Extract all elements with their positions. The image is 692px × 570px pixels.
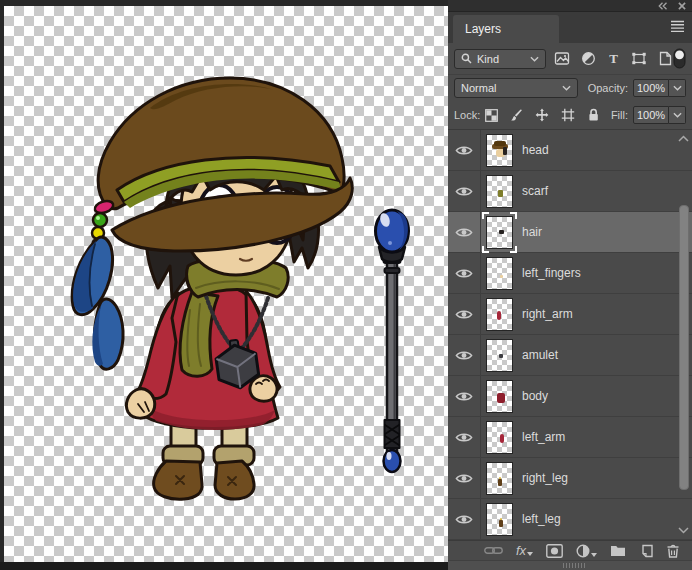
tab-layers[interactable]: Layers — [453, 15, 559, 43]
fill-label: Fill: — [611, 109, 628, 121]
opacity-dropdown-button[interactable] — [669, 79, 686, 97]
layer-row-amulet[interactable]: amulet — [448, 335, 692, 376]
layer-row-head[interactable]: head — [448, 130, 692, 171]
layer-name: head — [522, 143, 549, 157]
svg-text:T: T — [609, 51, 618, 66]
visibility-toggle[interactable] — [448, 171, 481, 211]
layer-thumbnail[interactable] — [486, 503, 513, 536]
panel-tab-bar: Layers — [448, 12, 692, 43]
thumbnail-sprite — [499, 520, 503, 527]
filter-shape-layers-icon[interactable] — [631, 51, 647, 66]
layer-name: right_leg — [522, 471, 568, 485]
kind-label: Kind — [477, 53, 499, 65]
new-layer-icon[interactable] — [639, 544, 653, 558]
lock-bar: Lock: Fill: 100% — [448, 101, 692, 130]
panel-resize-strip[interactable] — [448, 560, 692, 570]
thumbnail-sprite — [494, 141, 506, 146]
layers-panel: Layers Kind T Normal — [448, 0, 692, 570]
scroll-down-icon[interactable] — [678, 527, 689, 534]
lock-position-icon[interactable] — [535, 108, 549, 122]
layer-thumbnail[interactable] — [486, 421, 513, 454]
blend-bar: Normal Opacity: 100% — [448, 75, 692, 101]
layer-thumbnail[interactable] — [486, 462, 513, 495]
thumbnail-sprite — [499, 230, 504, 234]
adjustment-circle-icon — [576, 544, 590, 558]
eye-icon — [455, 514, 473, 525]
layer-thumbnail[interactable] — [486, 339, 513, 372]
panel-menu-icon[interactable] — [670, 20, 685, 33]
layer-thumbnail[interactable] — [486, 380, 513, 413]
scrollbar-thumb[interactable] — [679, 205, 689, 490]
chevron-down-icon — [530, 56, 539, 62]
layer-thumbnail[interactable] — [486, 257, 513, 290]
blend-mode-dropdown[interactable]: Normal — [454, 78, 578, 98]
chevron-down-icon — [562, 85, 571, 91]
delete-layer-icon[interactable] — [666, 544, 680, 558]
eye-icon — [455, 432, 473, 443]
fill-field[interactable]: 100% — [633, 106, 669, 124]
layer-row-right-leg[interactable]: right_leg — [448, 458, 692, 499]
filter-pixel-layers-icon[interactable] — [554, 51, 570, 66]
blend-mode-value: Normal — [461, 82, 496, 94]
new-group-icon[interactable] — [610, 544, 626, 557]
boot-left — [154, 461, 202, 499]
lock-artboard-icon[interactable] — [561, 108, 575, 122]
visibility-toggle[interactable] — [448, 294, 481, 334]
eye-icon — [455, 186, 473, 197]
filter-adjustment-layers-icon[interactable] — [581, 51, 596, 66]
layer-thumbnail[interactable] — [486, 298, 513, 331]
filter-bar: Kind T — [448, 43, 692, 75]
eye-icon — [455, 145, 473, 156]
collapse-panels-icon[interactable] — [657, 2, 668, 10]
visibility-toggle[interactable] — [448, 417, 481, 457]
eye-icon — [455, 473, 473, 484]
visibility-toggle[interactable] — [448, 130, 481, 170]
layer-row-left-leg[interactable]: left_leg — [448, 499, 692, 540]
layer-row-hair[interactable]: hair — [448, 212, 692, 253]
layer-thumbnail[interactable] — [486, 216, 513, 249]
filter-type-layers-icon[interactable]: T — [607, 51, 620, 66]
layer-row-left-fingers[interactable]: left_fingers — [448, 253, 692, 294]
chevron-down-icon — [673, 112, 682, 118]
visibility-toggle[interactable] — [448, 458, 481, 498]
lock-transparent-pixels-icon[interactable] — [485, 109, 498, 122]
close-icon[interactable] — [678, 2, 686, 10]
resize-grip-icon — [563, 563, 587, 568]
fill-dropdown-button[interactable] — [669, 106, 686, 124]
link-layers-icon[interactable] — [484, 545, 503, 556]
photoshop-window: Layers Kind T Normal — [0, 0, 692, 570]
layer-thumbnail[interactable] — [486, 175, 513, 208]
new-adjustment-layer-button[interactable] — [576, 544, 597, 558]
opacity-field[interactable]: 100% — [633, 79, 669, 97]
layer-effects-button[interactable]: fx — [516, 544, 533, 557]
canvas-area[interactable] — [0, 0, 448, 570]
layer-row-left-arm[interactable]: left_arm — [448, 417, 692, 458]
visibility-toggle[interactable] — [448, 212, 481, 252]
layer-list: head scarf hair left_fingers right_arm — [448, 130, 692, 540]
search-icon — [461, 53, 472, 64]
visibility-toggle[interactable] — [448, 335, 481, 375]
layer-thumbnail[interactable] — [486, 134, 513, 167]
visibility-toggle[interactable] — [448, 499, 481, 539]
layer-name: body — [522, 389, 548, 403]
layer-row-scarf[interactable]: scarf — [448, 171, 692, 212]
thumbnail-sprite — [497, 311, 501, 320]
fx-label: fx — [516, 544, 526, 557]
eye-icon — [455, 227, 473, 238]
kind-filter-dropdown[interactable]: Kind — [454, 49, 546, 69]
lock-image-pixels-icon[interactable] — [510, 109, 523, 122]
staff-pommel — [384, 450, 401, 472]
layer-row-body[interactable]: body — [448, 376, 692, 417]
layer-name: left_fingers — [522, 266, 581, 280]
scroll-up-icon[interactable] — [678, 135, 689, 142]
lock-all-icon[interactable] — [587, 108, 600, 122]
filtering-toggle[interactable] — [673, 48, 686, 69]
thumbnail-sprite — [500, 434, 504, 443]
opacity-label: Opacity: — [588, 82, 628, 94]
layer-row-right-arm[interactable]: right_arm — [448, 294, 692, 335]
filter-smart-objects-icon[interactable] — [658, 51, 672, 66]
layer-name: hair — [522, 225, 542, 239]
add-layer-mask-icon[interactable] — [546, 544, 563, 558]
visibility-toggle[interactable] — [448, 253, 481, 293]
visibility-toggle[interactable] — [448, 376, 481, 416]
